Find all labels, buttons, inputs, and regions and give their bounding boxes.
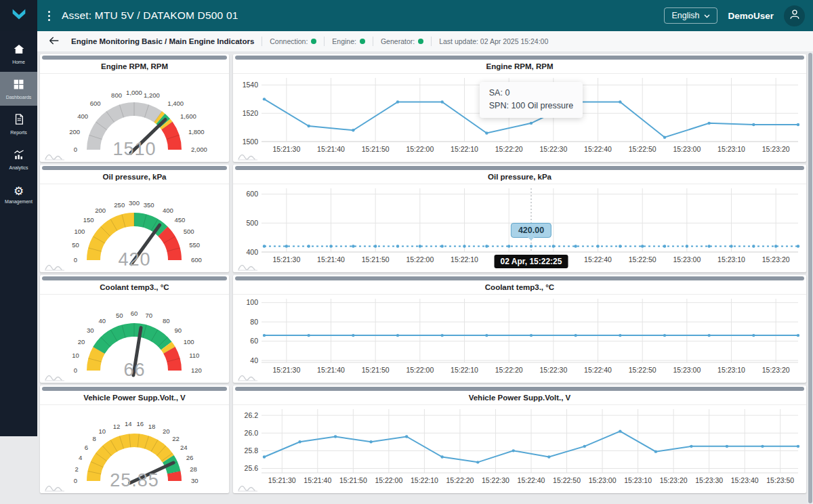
gauge-card-coolant-temp: Coolant temp3., °C 010203040506070809010… (40, 275, 229, 383)
svg-text:1,600: 1,600 (180, 112, 196, 120)
svg-text:15:23:00: 15:23:00 (673, 145, 701, 153)
svg-text:4: 4 (79, 454, 82, 461)
vertical-scrollbar[interactable] (808, 52, 813, 504)
sidebar-item-label: Dashboards (6, 95, 32, 100)
svg-text:15:22:00: 15:22:00 (406, 366, 434, 374)
subheader: Engine Monitoring Basic / Main Engine In… (37, 31, 813, 52)
divider (431, 37, 432, 46)
svg-text:2: 2 (75, 465, 79, 473)
reports-document-icon (14, 113, 24, 128)
username: DemoUser (728, 11, 774, 21)
svg-text:1540: 1540 (243, 81, 259, 89)
divider (262, 37, 262, 46)
svg-text:15:22:30: 15:22:30 (539, 366, 567, 374)
svg-text:22: 22 (172, 435, 180, 442)
svg-text:15:21:40: 15:21:40 (317, 366, 345, 374)
svg-text:15:22:20: 15:22:20 (495, 145, 523, 153)
svg-text:30: 30 (87, 327, 94, 334)
svg-text:15:23:10: 15:23:10 (624, 476, 652, 484)
svg-text:15:22:20: 15:22:20 (446, 476, 474, 484)
svg-text:15:21:40: 15:21:40 (304, 476, 331, 484)
chart-card-oil-pressure: Oil pressure, kPa 40050060015:21:3015:21… (233, 165, 806, 272)
svg-text:600: 600 (90, 100, 101, 107)
svg-text:600: 600 (246, 190, 258, 198)
user-avatar[interactable] (784, 5, 805, 26)
sidebar-item-reports[interactable]: Reports (0, 107, 37, 141)
status-dot-green (418, 39, 423, 44)
svg-text:6: 6 (85, 444, 88, 451)
widget-title: Engine RPM, RPM (233, 60, 806, 74)
svg-text:50: 50 (72, 241, 79, 249)
svg-text:90: 90 (174, 327, 182, 334)
svg-text:0: 0 (74, 256, 77, 264)
svg-text:15:22:10: 15:22:10 (451, 145, 478, 153)
svg-text:400: 400 (246, 248, 258, 256)
svg-text:15:23:10: 15:23:10 (717, 145, 745, 153)
svg-text:200: 200 (69, 128, 80, 135)
dashboard-row: Oil pressure, kPa 0501001502002503003504… (40, 165, 806, 272)
generator-status: Generator: (381, 37, 423, 45)
watermark-icon (44, 483, 66, 492)
svg-text:40: 40 (250, 356, 258, 364)
sidebar-item-analytics[interactable]: Analytics (0, 142, 37, 176)
dashboards-grid-icon (13, 79, 24, 93)
svg-text:20: 20 (163, 427, 170, 435)
kebab-menu-icon[interactable] (48, 11, 50, 21)
sidebar-item-label: Reports (10, 130, 27, 135)
language-selector[interactable]: English (664, 7, 717, 24)
watermark-icon (44, 373, 66, 381)
svg-text:15:22:40: 15:22:40 (584, 255, 612, 264)
sidebar-item-home[interactable]: Home (0, 37, 37, 70)
svg-text:15:23:20: 15:23:20 (762, 255, 790, 264)
svg-text:15:22:20: 15:22:20 (495, 366, 523, 374)
svg-text:600: 600 (191, 256, 202, 264)
svg-text:10: 10 (98, 427, 106, 435)
status-dot-green (311, 39, 316, 44)
svg-text:15:21:30: 15:21:30 (272, 255, 300, 264)
svg-text:15:23:20: 15:23:20 (762, 145, 790, 153)
svg-text:15:23:20: 15:23:20 (762, 366, 790, 374)
svg-text:400: 400 (77, 112, 88, 120)
coolant-temp-chart[interactable]: 40608010015:21:3015:21:4015:21:5015:22:0… (233, 295, 806, 383)
crosshair-date-chip: 02 Apr, 15:22:25 (495, 255, 568, 268)
svg-text:15:23:20: 15:23:20 (660, 476, 688, 484)
svg-text:15:21:50: 15:21:50 (339, 476, 367, 484)
watermark-icon (237, 373, 259, 381)
home-icon (13, 43, 25, 58)
svg-text:2,000: 2,000 (191, 146, 207, 153)
widget-title: Oil pressure, kPa (40, 170, 229, 184)
svg-text:550: 550 (189, 241, 200, 249)
svg-text:150: 150 (83, 216, 94, 224)
svg-text:15:22:00: 15:22:00 (406, 255, 434, 264)
sidebar-item-dashboards[interactable]: Dashboards (0, 72, 37, 106)
svg-text:15:22:40: 15:22:40 (584, 145, 612, 153)
svg-text:15:22:10: 15:22:10 (411, 476, 438, 484)
svg-text:15:23:10: 15:23:10 (717, 255, 745, 264)
brand-logo[interactable] (0, 0, 37, 31)
svg-text:15:23:00: 15:23:00 (673, 366, 701, 374)
svg-text:100: 100 (184, 338, 194, 345)
svg-text:110: 110 (189, 352, 199, 359)
coolant-temp-gauge: 0102030405060708090100110120 (40, 295, 229, 383)
svg-text:26: 26 (186, 454, 194, 461)
svg-text:15:22:30: 15:22:30 (482, 476, 509, 484)
divider (324, 37, 325, 46)
chevron-down-icon (704, 11, 710, 20)
svg-text:100: 100 (246, 298, 258, 306)
svg-text:1520: 1520 (243, 109, 259, 117)
svg-text:15:21:50: 15:21:50 (362, 145, 390, 153)
sidebar-item-label: Management (5, 199, 33, 204)
svg-text:15:21:30: 15:21:30 (268, 476, 296, 484)
svg-text:15:22:10: 15:22:10 (451, 255, 478, 264)
oil-pressure-gauge: 050100150200250300350400450500550600 (40, 184, 229, 272)
svg-text:15:23:10: 15:23:10 (717, 366, 745, 374)
widget-title: Vehicle Power Supp.Volt., V (233, 391, 806, 405)
vehicle-power-chart[interactable]: 25.625.826.026.215:21:3015:21:4015:21:50… (233, 405, 806, 493)
gauge-card-engine-rpm: Engine RPM, RPM 02004006008001,0001,2001… (40, 54, 229, 162)
back-button[interactable] (47, 35, 61, 49)
svg-text:15:22:50: 15:22:50 (629, 145, 656, 153)
svg-text:500: 500 (184, 228, 194, 235)
engine-status: Engine: (332, 37, 365, 45)
sidebar-item-management[interactable]: ⚙ Management (0, 177, 37, 211)
svg-text:70: 70 (145, 312, 152, 319)
